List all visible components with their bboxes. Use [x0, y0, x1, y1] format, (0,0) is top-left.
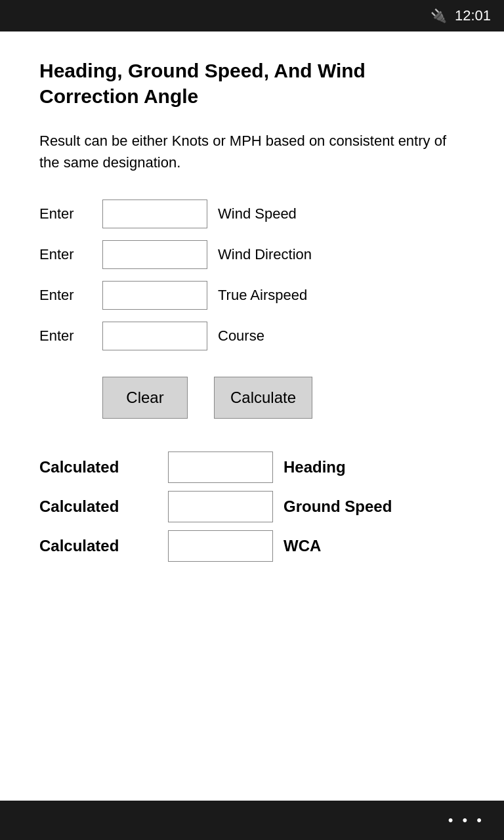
wind-direction-label: Wind Direction [218, 246, 312, 263]
input-section: Enter Wind Speed Enter Wind Direction En… [39, 200, 465, 350]
page-title: Heading, Ground Speed, And Wind Correcti… [39, 58, 465, 109]
heading-output-label: Heading [284, 458, 346, 476]
bottom-dots: • • • [448, 812, 484, 829]
wind-speed-input[interactable] [102, 200, 207, 228]
wind-direction-enter-label: Enter [39, 246, 92, 263]
course-label: Course [218, 327, 264, 345]
battery-icon: 🔌 [430, 8, 447, 24]
wind-direction-input[interactable] [102, 240, 207, 269]
true-airspeed-input[interactable] [102, 281, 207, 310]
wca-output-field [168, 530, 273, 562]
clear-button[interactable]: Clear [102, 377, 188, 419]
status-bar: 🔌 12:01 [0, 0, 504, 32]
status-time: 12:01 [455, 7, 491, 24]
true-airspeed-label: True Airspeed [218, 287, 307, 304]
heading-output-field [168, 452, 273, 483]
wind-speed-enter-label: Enter [39, 205, 92, 222]
course-input[interactable] [102, 322, 207, 350]
ground-speed-output-field [168, 491, 273, 522]
status-icons: 🔌 [430, 8, 447, 24]
true-airspeed-row: Enter True Airspeed [39, 281, 465, 310]
wind-direction-row: Enter Wind Direction [39, 240, 465, 269]
course-enter-label: Enter [39, 327, 92, 345]
description-text: Result can be either Knots or MPH based … [39, 130, 465, 173]
calculate-button[interactable]: Calculate [214, 377, 312, 419]
course-row: Enter Course [39, 322, 465, 350]
wca-calculated-label: Calculated [39, 537, 158, 555]
ground-speed-output-row: Calculated Ground Speed [39, 491, 465, 522]
output-section: Calculated Heading Calculated Ground Spe… [39, 452, 465, 562]
button-row: Clear Calculate [102, 377, 465, 419]
ground-speed-output-label: Ground Speed [284, 497, 392, 516]
main-content: Heading, Ground Speed, And Wind Correcti… [0, 32, 504, 801]
ground-speed-calculated-label: Calculated [39, 497, 158, 516]
heading-output-row: Calculated Heading [39, 452, 465, 483]
wca-output-row: Calculated WCA [39, 530, 465, 562]
heading-calculated-label: Calculated [39, 458, 158, 476]
wind-speed-label: Wind Speed [218, 205, 297, 222]
wind-speed-row: Enter Wind Speed [39, 200, 465, 228]
bottom-nav-bar: • • • [0, 801, 504, 840]
wca-output-label: WCA [284, 537, 321, 555]
true-airspeed-enter-label: Enter [39, 287, 92, 304]
